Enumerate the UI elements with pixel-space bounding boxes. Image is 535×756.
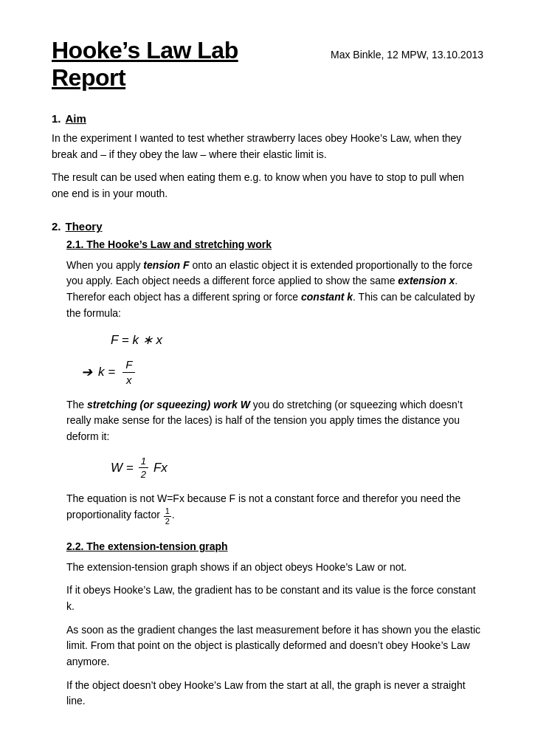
half-denominator: 2 [139,468,148,481]
author-info: Max Binkle, 12 MPW, 13.10.2013 [331,49,483,61]
fraction-denominator: x [123,373,135,387]
inline-half-denominator: 2 [164,517,171,526]
subsection-2-1: 2.1. The Hooke’s Law and stretching work… [66,238,483,526]
section-theory-number: 2. [52,220,61,233]
aim-paragraph-1: In the experiment I wanted to test wheth… [52,131,483,162]
subsection-2-2-para-3: As soon as the gradient changes the last… [66,622,483,670]
subsection-2-2-heading: 2.2. The extension-tension graph [66,540,483,552]
subsection-2-2-para-4: If the object doesn’t obey Hooke’s Law f… [66,678,483,709]
subsection-2-1-para-2: The stretching (or squeezing) work W you… [66,397,483,445]
fraction-one-half: 1 2 [139,456,148,481]
section-aim: 1. Aim In the experiment I wanted to tes… [52,112,483,202]
inline-fraction-half: 1 2 [164,506,171,525]
formula-k-equals-f-over-x: ➔ k = F x [81,358,483,387]
section-aim-label: 1. Aim [52,112,483,125]
subsection-2-1-para-1: When you apply tension F onto an elastic… [66,258,483,322]
subsection-2-2-para-2: If it obeys Hooke’s Law, the gradient ha… [66,583,483,614]
formula-f-equals-kx: F = k ∗ x [111,332,483,348]
formula-w-equals-half-fx: W = 1 2 Fx [111,456,483,481]
extension-x-term: extension x [398,275,455,286]
k-formula: k = F x [98,358,137,387]
arrow-symbol: ➔ [81,364,92,380]
subsection-2-1-heading: 2.1. The Hooke’s Law and stretching work [66,238,483,250]
fraction-f-over-x: F x [122,358,135,387]
page-title: Hooke’s Law Lab Report [52,37,301,92]
subsection-2-2-para-1: The extension-tension graph shows if an … [66,560,483,576]
stretching-work-term: stretching (or squeezing) work W [87,399,250,410]
subsection-2-1-para-3: The equation is not W=Fx because F is no… [66,491,483,526]
section-theory-label: 2. Theory [52,220,483,233]
section-aim-title: Aim [66,112,86,125]
fraction-numerator: F [122,358,135,373]
page-header: Hooke’s Law Lab Report Max Binkle, 12 MP… [52,37,483,92]
inline-half-numerator: 1 [164,506,171,516]
section-theory: 2. Theory 2.1. The Hooke’s Law and stret… [52,220,483,709]
tension-f-term: tension F [143,259,189,271]
section-aim-number: 1. [52,112,61,125]
section-theory-title: Theory [66,220,103,233]
subsection-2-2: 2.2. The extension-tension graph The ext… [66,540,483,710]
constant-k-term: constant k [301,291,353,303]
half-numerator: 1 [139,456,148,469]
aim-paragraph-2: The result can be used when eating them … [52,170,483,202]
